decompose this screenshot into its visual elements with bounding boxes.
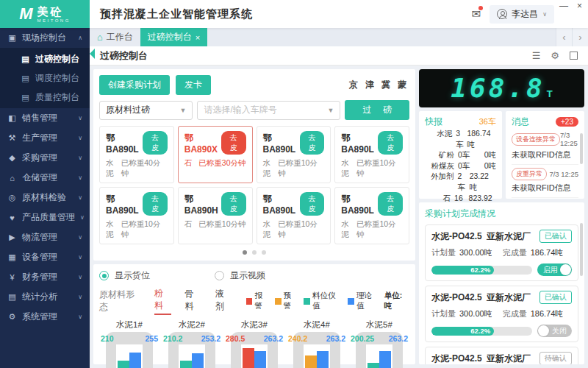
vehicle-card[interactable]: 鄂BA890L去皮 水泥已称重10分钟 (257, 187, 331, 244)
plate-number-select[interactable]: 请选择/输入车牌号 ▼ (197, 101, 340, 120)
material-name: 石 (184, 158, 193, 169)
sidebar-item-sales[interactable]: ◧ 销售管理 ∨ (0, 108, 90, 128)
tab-scroll-left-button[interactable]: ‹ (556, 28, 572, 46)
sidebar-item-logistics[interactable]: ▶ 物流管理 ∨ (0, 227, 90, 247)
chevron-down-icon: ∨ (78, 174, 82, 181)
document-icon: ▤ (21, 74, 30, 83)
tare-button[interactable]: 去皮 (300, 131, 325, 155)
report-count: 3车 (456, 128, 467, 149)
tare-button[interactable]: 去皮 (378, 131, 403, 155)
tare-button[interactable]: 去皮 (143, 192, 168, 216)
theory-level-bar (379, 351, 391, 368)
sidebar-item-label: 设备管理 (22, 251, 57, 263)
plan-toggle[interactable]: 关闭 (537, 325, 572, 337)
sidebar-item-equipment[interactable]: ▦ 设备管理 ∨ (0, 247, 90, 267)
material-type-select[interactable]: 原材料过磅 ▼ (99, 101, 193, 120)
pagination-dot[interactable] (262, 250, 266, 255)
region-hebei[interactable]: 冀 (381, 79, 390, 91)
plan-qty-label: 计划量 (431, 247, 456, 258)
close-window-button[interactable]: × (577, 1, 582, 10)
message-item[interactable]: 皮重异常7/3 12:25 未获取RFID信息 (512, 165, 578, 198)
sidebar-item-quality-console[interactable]: ▤ 质量控制台 (0, 88, 90, 107)
vehicle-card[interactable]: 鄂BA890L去皮 水泥已称重10分钟 (334, 187, 409, 244)
issue-card-button[interactable]: 发卡 (176, 75, 211, 95)
pagination-dot[interactable] (243, 250, 247, 255)
silo-cement-5: 水泥5# 200.25 263.2 (349, 319, 409, 368)
sidebar-group-site-console[interactable]: ▣ 现场控制台 ∧ (0, 28, 90, 48)
menu-icon[interactable]: ☰ (532, 50, 541, 61)
sidebar-item-statistics[interactable]: ▤ 统计分析 ∨ (0, 287, 90, 307)
chevron-down-icon: ∨ (78, 135, 82, 141)
sidebar-item-purchasing[interactable]: ◆ 采购管理 ∨ (0, 148, 90, 168)
vehicle-card[interactable]: 鄂BA890L去皮 水泥已称重40分钟 (99, 126, 174, 183)
plan-material: 水泥-PO42.5 (431, 230, 482, 243)
sensor-value: 280.5 (226, 334, 245, 343)
tare-button[interactable]: 去皮 (378, 192, 403, 216)
sidebar-item-weighing-console[interactable]: ▤ 过磅控制台 (0, 49, 90, 68)
sidebar-item-label: 质量控制台 (35, 91, 79, 104)
plan-toggle[interactable]: 启用 (537, 263, 572, 276)
chevron-down-icon: ∨ (78, 234, 82, 241)
tab-liquid[interactable]: 液剂 (215, 288, 233, 314)
sidebar-item-production[interactable]: ⚒ 生产管理 ∨ (0, 128, 90, 148)
vehicle-card[interactable]: 鄂BA890H去皮 石已称重10分钟 (178, 187, 253, 244)
minimize-button[interactable]: — (559, 1, 568, 10)
sidebar-item-dispatch-console[interactable]: ▤ 调度控制台 (0, 68, 90, 88)
sidebar-item-label: 采购管理 (22, 152, 57, 164)
factory-icon: ⚒ (7, 133, 17, 143)
message-item[interactable]: 设备连接异常7/3 12:25 未获取RFID信息 (512, 128, 578, 165)
create-purchase-plan-button[interactable]: 创建采购计划 (99, 75, 170, 95)
tare-button[interactable]: 去皮 (221, 192, 245, 216)
mail-icon[interactable]: ✉ (472, 7, 481, 21)
page-title: 过磅控制台 (100, 49, 148, 63)
plate-number: 鄂BA890L (263, 132, 300, 155)
tab-workbench[interactable]: ⌂ 工作台 (90, 28, 140, 46)
truck-icon: ▶ (7, 233, 17, 242)
sidebar-submenu: ▤ 过磅控制台 ▤ 调度控制台 ▤ 质量控制台 (0, 48, 90, 108)
tare-button[interactable]: 去皮 (143, 131, 168, 155)
tab-weighing-console[interactable]: 过磅控制台 × (140, 28, 207, 46)
pagination-dot[interactable] (252, 250, 257, 255)
region-neimenggu[interactable]: 蒙 (398, 79, 406, 91)
tare-button[interactable]: 去皮 (300, 192, 325, 216)
vertical-scrollbar[interactable] (580, 223, 583, 276)
done-qty-value: 186.74吨 (531, 247, 564, 258)
silo-cement-4: 水泥4# 240.2 263.2 (287, 319, 347, 368)
theory-value: 255 (145, 334, 158, 343)
show-video-radio[interactable] (215, 271, 224, 280)
tab-scroll-right-button[interactable]: › (572, 28, 588, 46)
sidebar-item-product-quality[interactable]: ♥ 产品质量管理 ∨ (0, 208, 90, 227)
plan-qty-value: 300.00吨 (459, 308, 492, 319)
user-menu[interactable]: 李达昌 ∨ (490, 5, 554, 24)
fullscreen-icon[interactable] (570, 52, 578, 60)
vertical-scrollbar[interactable] (580, 133, 583, 164)
plan-card: 水泥-PO42.5 亚新水泥厂 待确认 计划量300.00吨 完成量186.74… (425, 347, 578, 364)
legend-theory-swatch (348, 298, 354, 305)
vehicle-card[interactable]: 鄂BA890X去皮 石已称重30分钟 (178, 126, 253, 183)
theory-level-bar (254, 351, 266, 368)
sidebar-item-finance[interactable]: ¥ 财务管理 ∨ (0, 267, 90, 287)
tab-powder[interactable]: 粉料 (154, 287, 172, 315)
sidebar-item-warehouse[interactable]: ⌂ 仓储管理 ∨ (0, 168, 90, 188)
sidebar-item-system[interactable]: ⚙ 系统管理 ∨ (0, 307, 90, 327)
plate-number: 鄂BA890X (184, 132, 221, 155)
sensor-value: 210.2 (163, 334, 182, 343)
vehicle-card[interactable]: 鄂BA890L去皮 水泥已称重10分钟 (334, 126, 409, 183)
report-material: 外加剂 (425, 171, 454, 192)
close-tab-icon[interactable]: × (196, 33, 200, 42)
cart-icon: ◆ (7, 153, 17, 163)
sidebar-item-material-inspection[interactable]: ◎ 原材料检验 ∨ (0, 188, 90, 208)
show-slot-radio[interactable] (99, 271, 109, 280)
vehicle-card[interactable]: 鄂BA890L去皮 水泥已称重10分钟 (99, 187, 174, 244)
sidebar-item-label: 过磅控制台 (35, 53, 79, 66)
vehicle-card[interactable]: 鄂BA890L去皮 水泥已称重10分钟 (257, 126, 331, 183)
tare-button[interactable]: 去皮 (221, 131, 246, 155)
region-beijing[interactable]: 京 (349, 79, 358, 91)
message-item[interactable]: 货位容量预警7/3 12:25 未获取RFID信息 (512, 198, 578, 199)
tab-aggregate[interactable]: 骨料 (184, 288, 202, 314)
gear-icon[interactable]: ⚙ (551, 50, 559, 61)
weigh-status: 已称重10分钟 (356, 219, 403, 240)
region-tianjin[interactable]: 津 (365, 79, 374, 91)
app-header: M 美砼 MEITONG 预拌混凝土企业智能管理系统 ✉ 李达昌 ∨ (0, 0, 588, 28)
weigh-button[interactable]: 过 磅 (345, 100, 409, 120)
